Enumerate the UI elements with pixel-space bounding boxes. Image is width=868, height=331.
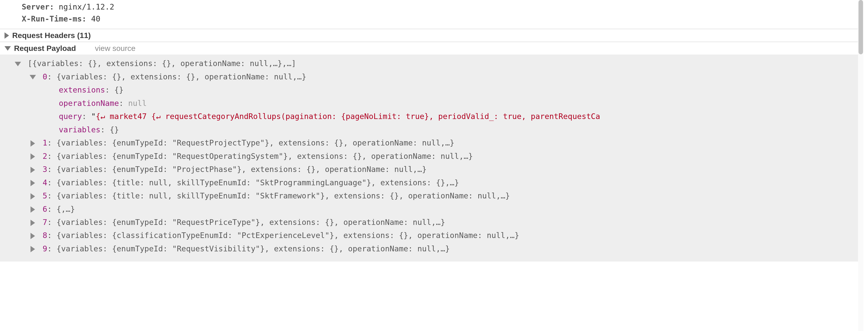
payload-item-0[interactable]: 0: {variables: {}, extensions: {}, opera… (0, 70, 864, 83)
response-headers-block: Server: nginx/1.12.2 X-Run-Time-ms: 40 (0, 0, 864, 29)
payload-value: null (128, 99, 147, 108)
payload-item-8[interactable]: 8: {variables: {classificationTypeEnumId… (0, 229, 864, 242)
payload-index: 1 (42, 138, 47, 147)
payload-item-0-variables[interactable]: variables: {} (0, 123, 864, 136)
chevron-down-icon (15, 62, 21, 66)
payload-value: {} (114, 85, 124, 94)
chevron-down-icon (4, 46, 11, 51)
response-header-xruntime: X-Run-Time-ms: 40 (22, 13, 864, 25)
payload-item-summary: {variables: {title: null, skillTypeEnumI… (57, 178, 459, 187)
request-payload-section[interactable]: Request Payload view source (0, 42, 864, 55)
payload-item-summary: {variables: {enumTypeId: "RequestPriceTy… (57, 218, 445, 227)
payload-index: 5 (42, 191, 47, 200)
payload-item-0-query[interactable]: query: "{↵ market47 {↵ requestCategoryAn… (0, 110, 864, 123)
chevron-down-icon (30, 75, 36, 79)
payload-item-summary: {variables: {}, extensions: {}, operatio… (57, 72, 306, 81)
chevron-right-icon (31, 206, 35, 213)
payload-key: extensions (59, 85, 105, 94)
chevron-right-icon (31, 154, 35, 160)
query-fragment: { (96, 112, 100, 121)
request-headers-section[interactable]: Request Headers (11) (0, 29, 864, 42)
payload-index: 3 (42, 165, 47, 174)
network-headers-panel: Server: nginx/1.12.2 X-Run-Time-ms: 40 R… (0, 0, 868, 331)
response-header-value: nginx/1.12.2 (59, 2, 114, 11)
payload-item-9[interactable]: 9: {variables: {enumTypeId: "RequestVisi… (0, 242, 864, 255)
payload-item-summary: {variables: {enumTypeId: "RequestOperati… (57, 151, 473, 161)
payload-tree: [{variables: {}, extensions: {}, operati… (0, 55, 864, 261)
payload-key: variables (59, 125, 100, 134)
open-quote: " (91, 112, 96, 121)
section-title: Request Payload (14, 44, 76, 53)
payload-index: 7 (42, 218, 47, 227)
payload-item-0-extensions[interactable]: extensions: {} (0, 83, 864, 96)
payload-key: query (59, 112, 82, 121)
scrollbar-track[interactable] (858, 0, 864, 331)
payload-index: 8 (42, 231, 47, 240)
payload-item-5[interactable]: 5: {variables: {title: null, skillTypeEn… (0, 189, 864, 202)
chevron-right-icon (4, 32, 9, 39)
payload-item-1[interactable]: 1: {variables: {enumTypeId: "RequestProj… (0, 136, 864, 149)
payload-item-6[interactable]: 6: {,…} (0, 202, 864, 216)
scrollbar-thumb[interactable] (859, 0, 863, 54)
chevron-right-icon (31, 193, 35, 199)
query-fragment: market47 { (105, 112, 156, 121)
chevron-right-icon (31, 246, 35, 252)
payload-index: 9 (42, 244, 47, 253)
chevron-right-icon (31, 140, 35, 147)
newline-glyph-icon: ↵ (100, 112, 105, 121)
payload-index: 0 (42, 72, 47, 81)
payload-item-4[interactable]: 4: {variables: {title: null, skillTypeEn… (0, 176, 864, 189)
payload-item-summary: {variables: {enumTypeId: "RequestProject… (57, 138, 454, 147)
payload-item-summary: {variables: {classificationTypeEnumId: "… (57, 231, 519, 240)
payload-index: 6 (42, 204, 47, 214)
payload-value: {} (110, 125, 119, 134)
query-fragment: requestCategoryAndRollups(pagination: {p… (160, 112, 600, 121)
payload-item-7[interactable]: 7: {variables: {enumTypeId: "RequestPric… (0, 216, 864, 229)
payload-root-summary: [{variables: {}, extensions: {}, operati… (28, 59, 296, 68)
response-header-name: X-Run-Time-ms: (22, 14, 87, 23)
response-header-value: 40 (91, 14, 100, 23)
response-header-name: Server: (22, 2, 54, 11)
chevron-right-icon (31, 233, 35, 239)
payload-item-summary: {variables: {enumTypeId: "ProjectPhase"}… (57, 165, 427, 174)
payload-item-summary: {variables: {enumTypeId: "RequestVisibil… (57, 244, 450, 253)
payload-item-2[interactable]: 2: {variables: {enumTypeId: "RequestOper… (0, 149, 864, 163)
section-title: Request Headers (11) (12, 31, 91, 40)
payload-index: 4 (42, 178, 47, 187)
payload-item-3[interactable]: 3: {variables: {enumTypeId: "ProjectPhas… (0, 163, 864, 176)
payload-item-summary: {variables: {title: null, skillTypeEnumI… (57, 191, 510, 200)
chevron-right-icon (31, 180, 35, 186)
payload-index: 2 (42, 151, 47, 161)
chevron-right-icon (31, 220, 35, 226)
newline-glyph-icon: ↵ (156, 112, 160, 121)
payload-key: operationName (59, 99, 119, 108)
chevron-right-icon (31, 167, 35, 173)
view-source-link[interactable]: view source (95, 44, 135, 53)
payload-item-0-operationname[interactable]: operationName: null (0, 96, 864, 110)
response-header-server: Server: nginx/1.12.2 (22, 1, 864, 13)
payload-root[interactable]: [{variables: {}, extensions: {}, operati… (0, 57, 864, 70)
payload-item-summary: {,…} (57, 204, 75, 214)
